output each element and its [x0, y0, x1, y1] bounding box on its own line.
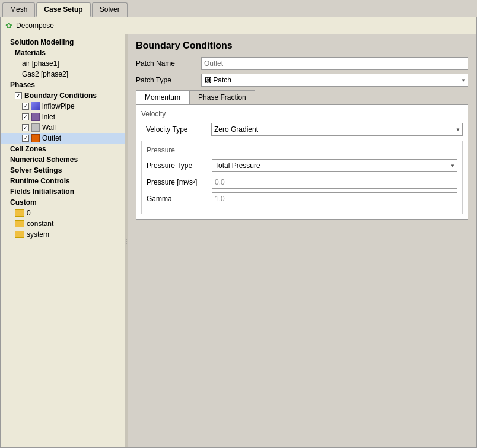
gamma-row: Gamma [147, 192, 457, 205]
sidebar-item-inlet[interactable]: ✓ inlet [1, 112, 125, 122]
air-label: air [phase1] [22, 59, 59, 68]
wall-label: Wall [42, 123, 56, 132]
sidebar-item-runtime-controls[interactable]: Runtime Controls [1, 176, 125, 186]
sidebar-item-fields-initialisation[interactable]: Fields Initialisation [1, 186, 125, 197]
sidebar-item-folder-system[interactable]: system [1, 229, 125, 240]
top-tab-bar: Mesh Case Setup Solver [0, 0, 477, 17]
pressure-type-row: Pressure Type Total Pressure Fixed Value… [147, 159, 457, 172]
patch-type-select[interactable]: 🖼 Patch Wall Symmetry Empty [201, 74, 468, 87]
patch-name-label: Patch Name [136, 59, 201, 68]
tab-phase-fraction[interactable]: Phase Fraction [189, 90, 255, 104]
velocity-section: Velocity Velocity Type Zero Gradient Fix… [141, 110, 463, 136]
outlet-label: Outlet [42, 134, 61, 142]
sidebar-item-outlet[interactable]: ✓ Outlet [1, 133, 125, 144]
sidebar-item-folder-constant[interactable]: constant [1, 218, 125, 229]
pressure-value-label: Pressure [m²/s²] [147, 178, 212, 186]
gas2-label: Gas2 [phase2] [22, 70, 68, 78]
velocity-type-row: Velocity Type Zero Gradient Fixed Value … [141, 123, 463, 136]
materials-label: Materials [15, 49, 46, 57]
inlet-icon [31, 113, 40, 121]
sidebar-item-materials[interactable]: Materials [1, 47, 125, 58]
pressure-type-select-wrapper: Total Pressure Fixed Value Zero Gradient [212, 159, 457, 172]
sidebar-item-wall[interactable]: ✓ Wall [1, 122, 125, 133]
pressure-section: Pressure Pressure Type Total Pressure Fi… [141, 141, 463, 214]
sidebar-item-custom[interactable]: Custom [1, 197, 125, 208]
solution-modelling-label: Solution Modelling [10, 38, 74, 46]
solver-settings-label: Solver Settings [10, 166, 62, 174]
content-split: Solution Modelling Materials air [phase1… [1, 34, 476, 447]
gamma-input[interactable] [212, 192, 457, 205]
cell-zones-label: Cell Zones [10, 145, 46, 153]
sidebar-item-gas2[interactable]: Gas2 [phase2] [1, 69, 125, 80]
patch-name-input[interactable] [201, 57, 468, 70]
pressure-type-select[interactable]: Total Pressure Fixed Value Zero Gradient [212, 159, 457, 172]
folder-0-label: 0 [27, 209, 31, 217]
inflowpipe-label: inflowPipe [42, 102, 75, 110]
decompose-icon: ✿ [5, 21, 12, 30]
sidebar: Solution Modelling Materials air [phase1… [1, 34, 125, 447]
right-panel: Boundary Conditions Patch Name Patch Typ… [128, 34, 476, 447]
wall-checkbox[interactable]: ✓ [22, 124, 29, 131]
sidebar-item-inflowpipe[interactable]: ✓ inflowPipe [1, 101, 125, 112]
tab-case-setup[interactable]: Case Setup [36, 2, 90, 17]
custom-label: Custom [10, 198, 37, 206]
sidebar-item-folder-0[interactable]: 0 [1, 208, 125, 218]
patch-name-row: Patch Name [136, 57, 468, 70]
decompose-bar: ✿ Decompose [1, 17, 476, 34]
sidebar-item-solution-modelling[interactable]: Solution Modelling [1, 37, 125, 47]
sidebar-item-solver-settings[interactable]: Solver Settings [1, 165, 125, 176]
tab-mesh[interactable]: Mesh [2, 2, 35, 17]
phases-label: Phases [10, 81, 35, 89]
boundary-conditions-checkbox[interactable]: ✓ [15, 92, 22, 99]
inflowpipe-checkbox[interactable]: ✓ [22, 103, 29, 110]
main-window: Mesh Case Setup Solver ✿ Decompose Solut… [0, 0, 477, 448]
sidebar-item-phases[interactable]: Phases [1, 80, 125, 90]
folder-constant-label: constant [27, 220, 53, 228]
gamma-label: Gamma [147, 195, 212, 203]
pressure-type-label: Pressure Type [147, 161, 212, 170]
inlet-label: inlet [42, 113, 55, 121]
folder-system-label: system [27, 230, 49, 239]
velocity-type-select-wrapper: Zero Gradient Fixed Value Inlet Outlet [211, 123, 463, 136]
outlet-icon [31, 134, 40, 142]
folder-constant-icon [15, 220, 24, 227]
pressure-value-row: Pressure [m²/s²] [147, 176, 457, 189]
folder-0-icon [15, 209, 24, 217]
runtime-controls-label: Runtime Controls [10, 177, 70, 185]
inlet-checkbox[interactable]: ✓ [22, 113, 29, 120]
patch-type-row: Patch Type 🖼 Patch Wall Symmetry Empty [136, 74, 468, 87]
velocity-type-label: Velocity Type [146, 125, 211, 134]
folder-system-icon [15, 231, 24, 238]
velocity-type-select[interactable]: Zero Gradient Fixed Value Inlet Outlet [211, 123, 463, 136]
decompose-label: Decompose [16, 21, 54, 30]
outlet-checkbox[interactable]: ✓ [22, 135, 29, 142]
pressure-section-title: Pressure [147, 146, 457, 154]
tab-momentum[interactable]: Momentum [136, 90, 189, 104]
panel-title: Boundary Conditions [136, 40, 468, 51]
sidebar-item-boundary-conditions[interactable]: ✓ Boundary Conditions [1, 90, 125, 101]
sidebar-item-cell-zones[interactable]: Cell Zones [1, 144, 125, 154]
inflowpipe-icon [31, 102, 40, 110]
tab-content-panel: Velocity Velocity Type Zero Gradient Fix… [136, 104, 468, 220]
tab-solver[interactable]: Solver [92, 2, 128, 17]
numerical-schemes-label: Numerical Schemes [10, 155, 78, 164]
velocity-section-title: Velocity [141, 110, 463, 118]
main-content-area: ✿ Decompose Solution Modelling Materials… [0, 17, 477, 448]
wall-icon [31, 123, 40, 132]
patch-type-label: Patch Type [136, 76, 201, 84]
sidebar-item-air[interactable]: air [phase1] [1, 58, 125, 69]
sidebar-item-numerical-schemes[interactable]: Numerical Schemes [1, 154, 125, 165]
inner-tab-bar: Momentum Phase Fraction [136, 90, 468, 104]
patch-type-select-wrapper: 🖼 Patch Wall Symmetry Empty [201, 74, 468, 87]
boundary-conditions-label: Boundary Conditions [24, 91, 97, 100]
fields-initialisation-label: Fields Initialisation [10, 188, 74, 196]
pressure-value-input[interactable] [212, 176, 457, 189]
